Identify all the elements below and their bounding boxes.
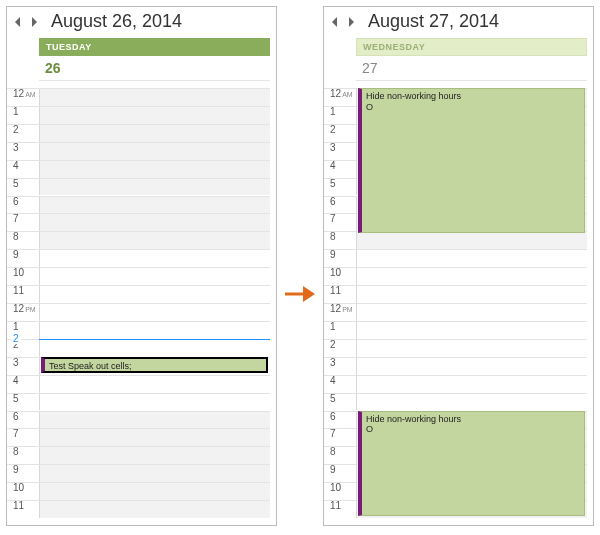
hour-row[interactable]: 4 [7, 160, 270, 178]
hour-label: 3 [324, 142, 356, 159]
hour-label: 6 [7, 411, 39, 428]
hour-row[interactable]: 8 [7, 231, 270, 249]
hour-cell[interactable] [39, 322, 270, 339]
hour-cell[interactable] [39, 429, 270, 446]
prev-day-button[interactable] [13, 16, 23, 28]
hour-label: 12AM [7, 88, 39, 105]
hour-row[interactable]: 8 [324, 231, 587, 249]
hour-row[interactable]: 10 [7, 482, 270, 500]
hour-row[interactable]: 9 [7, 249, 270, 267]
next-day-button[interactable] [346, 16, 356, 28]
hour-cell[interactable] [39, 179, 270, 196]
hour-cell[interactable] [39, 465, 270, 482]
time-grid[interactable]: 12AM123456789101112PM1234567891011Hide n… [324, 88, 587, 521]
hour-cell[interactable] [356, 286, 587, 303]
hour-cell[interactable] [39, 376, 270, 393]
appointment[interactable]: Hide non-working hoursO [358, 411, 585, 517]
hour-row[interactable]: 7 [7, 428, 270, 446]
hour-row[interactable]: 2 [324, 339, 587, 357]
hour-label: 7 [7, 428, 39, 445]
hour-label: 12PM [324, 303, 356, 320]
hour-label: 12AM [324, 88, 356, 105]
hour-cell[interactable] [39, 214, 270, 231]
day-number[interactable]: 26 [39, 56, 270, 80]
time-grid[interactable]: 12AM123456789101112PM1234567891011Test S… [7, 88, 270, 521]
hour-cell[interactable] [356, 322, 587, 339]
hour-cell[interactable] [39, 107, 270, 124]
hour-label: 9 [324, 249, 356, 266]
hour-cell[interactable] [39, 125, 270, 142]
hour-label: 2 [324, 339, 356, 356]
hour-row[interactable]: 11 [324, 285, 587, 303]
hour-row[interactable]: 5 [7, 393, 270, 411]
hour-row[interactable]: 4 [7, 375, 270, 393]
all-day-zone[interactable] [39, 80, 270, 88]
hour-cell[interactable] [39, 394, 270, 411]
appointment[interactable]: Hide non-working hoursO [358, 88, 585, 233]
day-number[interactable]: 27 [356, 56, 587, 80]
hour-cell[interactable] [39, 161, 270, 178]
hour-row[interactable]: 8 [7, 446, 270, 464]
hour-row[interactable]: 2 [7, 124, 270, 142]
hour-row[interactable]: 11 [7, 500, 270, 518]
hour-row[interactable]: 3 [7, 142, 270, 160]
hour-cell[interactable] [39, 232, 270, 249]
hour-label: 10 [324, 267, 356, 284]
hour-label: 4 [7, 160, 39, 177]
hour-cell[interactable] [39, 197, 270, 214]
hour-label: 6 [7, 196, 39, 213]
hour-row[interactable]: 9 [7, 464, 270, 482]
hour-cell[interactable] [356, 358, 587, 375]
hour-cell[interactable] [39, 412, 270, 429]
hour-cell[interactable] [39, 286, 270, 303]
hour-cell[interactable] [356, 250, 587, 267]
appointment[interactable]: Test Speak out cells;O [41, 357, 268, 373]
day-name-header[interactable]: TUESDAY [39, 38, 270, 56]
all-day-zone[interactable] [356, 80, 587, 88]
hour-cell[interactable] [39, 89, 270, 106]
hour-row[interactable]: 1 [7, 321, 270, 339]
calendar-day-view-left: August 26, 2014 TUESDAY 26 12AM123456789… [6, 6, 277, 526]
hour-cell[interactable] [39, 447, 270, 464]
prev-day-button[interactable] [330, 16, 340, 28]
hour-row[interactable]: 10 [7, 267, 270, 285]
hour-label: 8 [7, 231, 39, 248]
hour-cell[interactable] [39, 340, 270, 357]
hour-cell[interactable] [356, 376, 587, 393]
hour-cell[interactable] [39, 250, 270, 267]
hour-row[interactable]: 5 [7, 178, 270, 196]
hour-row[interactable]: 2 [7, 339, 270, 357]
hour-cell[interactable] [356, 394, 587, 411]
hour-cell[interactable] [356, 340, 587, 357]
hour-cell[interactable] [39, 483, 270, 500]
hour-row[interactable]: 9 [324, 249, 587, 267]
hour-cell[interactable] [356, 304, 587, 321]
hour-row[interactable]: 12AM [7, 88, 270, 106]
hour-cell[interactable] [39, 501, 270, 518]
hour-row[interactable]: 5 [324, 393, 587, 411]
hour-row[interactable]: 4 [324, 375, 587, 393]
hour-row[interactable]: 7 [7, 213, 270, 231]
appointment-location: O [366, 102, 580, 113]
hour-row[interactable]: 6 [7, 411, 270, 429]
next-day-button[interactable] [29, 16, 39, 28]
hour-label: 4 [7, 375, 39, 392]
hour-cell[interactable] [356, 268, 587, 285]
hour-label: 5 [324, 393, 356, 410]
hour-row[interactable]: 1 [324, 321, 587, 339]
hour-row[interactable]: 12PM [7, 303, 270, 321]
hour-label: 8 [7, 446, 39, 463]
hour-cell[interactable] [39, 268, 270, 285]
hour-row[interactable]: 6 [7, 196, 270, 214]
hour-row[interactable]: 1 [7, 106, 270, 124]
hour-cell[interactable] [39, 143, 270, 160]
hour-row[interactable]: 3 [324, 357, 587, 375]
hour-label: 1 [7, 106, 39, 123]
hour-cell[interactable] [356, 232, 587, 249]
hour-label: 12PM [7, 303, 39, 320]
hour-row[interactable]: 11 [7, 285, 270, 303]
hour-cell[interactable] [39, 304, 270, 321]
hour-row[interactable]: 10 [324, 267, 587, 285]
day-name-header[interactable]: WEDNESDAY [356, 38, 587, 56]
hour-row[interactable]: 12PM [324, 303, 587, 321]
